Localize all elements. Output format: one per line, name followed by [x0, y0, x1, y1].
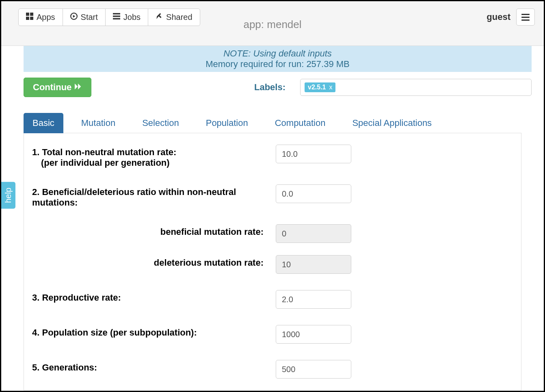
svg-rect-0 [26, 13, 29, 16]
labels-input[interactable]: v2.5.1 x [300, 79, 532, 96]
tab-mutation[interactable]: Mutation [72, 113, 124, 133]
row-deleterious-rate: deleterious mutation rate: [32, 255, 513, 274]
shared-label: Shared [166, 13, 192, 22]
label-ratio: 2. Beneficial/deleterious ratio within n… [32, 184, 276, 208]
labels-label: Labels: [254, 82, 285, 93]
continue-label: Continue [33, 82, 71, 93]
tabs-section: Basic Mutation Selection Population Comp… [1, 103, 544, 390]
label-population-size: 4. Population size (per subpopulation): [32, 325, 276, 338]
row-population-size: 4. Population size (per subpopulation): [32, 325, 513, 344]
banner-note: NOTE: Using default inputs [24, 48, 532, 59]
play-circle-icon [70, 13, 78, 22]
tab-special-applications[interactable]: Special Applications [343, 113, 441, 133]
input-population-size[interactable] [276, 325, 351, 344]
tasks-icon [113, 13, 120, 22]
user-label: guest [487, 12, 510, 22]
jobs-button[interactable]: Jobs [105, 9, 148, 26]
topbar-right: guest [487, 9, 535, 26]
row-ratio: 2. Beneficial/deleterious ratio within n… [32, 184, 513, 208]
apps-label: Apps [37, 13, 55, 22]
svg-rect-5 [113, 13, 120, 14]
controls-row: Continue Labels: v2.5.1 x [1, 72, 544, 103]
svg-rect-1 [30, 13, 33, 16]
tab-selection[interactable]: Selection [133, 113, 188, 133]
row-generations: 5. Generations: [32, 360, 513, 379]
label-deleterious-rate: deleterious mutation rate: [32, 255, 276, 268]
help-tab[interactable]: help [1, 182, 15, 209]
tag-text: v2.5.1 [308, 84, 326, 91]
nav-button-group: Apps Start Jobs Shared [18, 9, 200, 26]
tabs: Basic Mutation Selection Population Comp… [24, 113, 521, 133]
tab-population[interactable]: Population [197, 113, 257, 133]
label-mutation-rate: 1. Total non-neutral mutation rate: (per… [32, 145, 276, 168]
app-title: app: mendel [243, 18, 301, 31]
tab-computation[interactable]: Computation [266, 113, 335, 133]
label-reproductive-rate: 3. Reproductive rate: [32, 290, 276, 303]
svg-rect-6 [113, 15, 120, 17]
row-mutation-rate: 1. Total non-neutral mutation rate: (per… [32, 145, 513, 168]
continue-button[interactable]: Continue [24, 78, 91, 97]
row-reproductive-rate: 3. Reproductive rate: [32, 290, 513, 309]
row-beneficial-rate: beneficial mutation rate: [32, 224, 513, 243]
tag-remove-icon[interactable]: x [329, 84, 332, 91]
jobs-label: Jobs [123, 13, 141, 22]
hamburger-icon [521, 14, 530, 15]
apps-button[interactable]: Apps [18, 9, 63, 26]
pin-icon [156, 13, 163, 22]
shared-button[interactable]: Shared [148, 9, 200, 26]
input-reproductive-rate[interactable] [276, 290, 351, 309]
version-tag: v2.5.1 x [305, 82, 335, 92]
info-banner: NOTE: Using default inputs Memory requir… [24, 46, 532, 72]
start-button[interactable]: Start [63, 9, 106, 26]
menu-button[interactable] [516, 9, 535, 26]
start-label: Start [81, 13, 98, 22]
svg-rect-2 [26, 17, 29, 20]
svg-rect-7 [113, 18, 120, 19]
apps-icon [26, 13, 33, 22]
label-generations: 5. Generations: [32, 360, 276, 373]
banner-memory: Memory required for run: 257.39 MB [24, 59, 532, 69]
topbar: Apps Start Jobs Shared app: mendel guest [1, 1, 544, 46]
input-ratio[interactable] [276, 184, 351, 203]
label-beneficial-rate: beneficial mutation rate: [32, 224, 276, 237]
input-beneficial-rate [276, 224, 351, 243]
tab-basic[interactable]: Basic [24, 113, 63, 133]
svg-rect-3 [30, 17, 33, 20]
input-generations[interactable] [276, 360, 351, 379]
forward-icon [75, 82, 82, 93]
input-deleterious-rate [276, 255, 351, 274]
input-mutation-rate[interactable] [276, 145, 351, 163]
tab-content-basic: 1. Total non-neutral mutation rate: (per… [24, 133, 521, 390]
